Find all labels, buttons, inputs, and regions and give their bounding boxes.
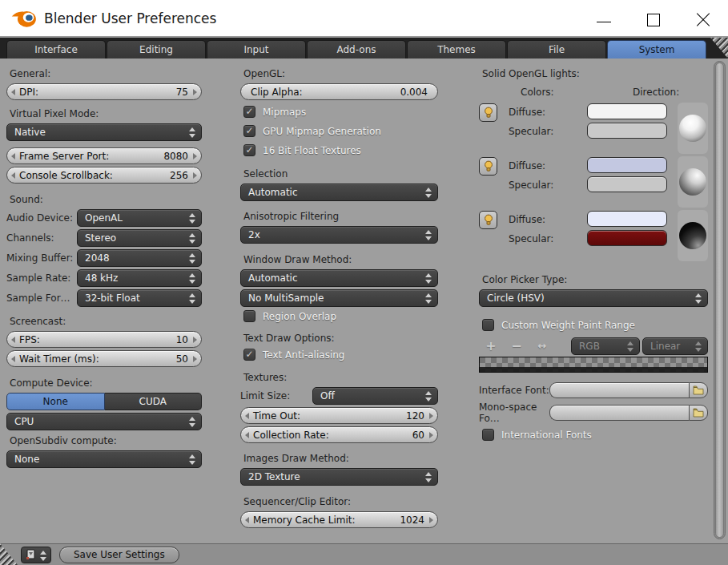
light-direction-widget[interactable]: [678, 103, 708, 154]
window-title: Blender User Preferences: [44, 10, 216, 26]
interface-font-browse-button[interactable]: [689, 382, 708, 398]
fps-slider[interactable]: FPS: 10: [6, 331, 202, 348]
colorband-color-mode-dropdown[interactable]: RGB: [571, 337, 640, 355]
multisample-dropdown[interactable]: No MultiSample: [240, 289, 438, 307]
audio-device-dropdown[interactable]: OpenAL: [77, 209, 202, 227]
increment-arrow-icon[interactable]: [193, 356, 197, 362]
increment-arrow-icon[interactable]: [193, 89, 197, 95]
images-draw-dropdown[interactable]: 2D Texture: [240, 468, 438, 486]
console-scrollback-slider[interactable]: Console Scrollback: 256: [6, 167, 202, 184]
tab-interface[interactable]: Interface: [6, 40, 106, 59]
tab-themes[interactable]: Themes: [407, 40, 506, 59]
diffuse-color-swatch[interactable]: [587, 103, 667, 119]
vertical-scrollbar[interactable]: [714, 61, 726, 539]
monospace-font-browse-button[interactable]: [689, 405, 708, 421]
specular-color-swatch[interactable]: [587, 176, 667, 192]
folder-icon: [693, 408, 704, 418]
anisotropic-dropdown[interactable]: 2x: [240, 226, 438, 244]
limit-size-dropdown[interactable]: Off: [312, 387, 438, 405]
selection-dropdown[interactable]: Automatic: [240, 184, 438, 201]
increment-arrow-icon[interactable]: [429, 413, 433, 419]
time-out-slider[interactable]: Time Out: 120: [240, 407, 438, 424]
tab-system[interactable]: System: [607, 40, 706, 59]
dpi-slider[interactable]: DPI: 75: [6, 83, 202, 100]
weight-paint-range-checkbox[interactable]: Custom Weight Paint Range: [482, 318, 708, 332]
opensubdiv-dropdown[interactable]: None: [6, 450, 202, 468]
window-draw-dropdown[interactable]: Automatic: [240, 269, 438, 287]
opengl-light-2: Diffuse: Specular:: [479, 156, 708, 209]
scrollbar-thumb[interactable]: [715, 63, 724, 538]
close-button[interactable]: [678, 0, 728, 37]
monospace-font-field[interactable]: [549, 405, 689, 421]
clip-alpha-slider[interactable]: Clip Alpha: 0.004: [240, 83, 438, 100]
interface-font-field[interactable]: [549, 382, 689, 398]
float-textures-checkbox[interactable]: ✓ 16 Bit Float Textures: [243, 143, 438, 157]
decrement-arrow-icon[interactable]: [245, 432, 249, 438]
collection-rate-slider[interactable]: Collection Rate: 60: [240, 426, 438, 443]
increment-arrow-icon[interactable]: [193, 153, 197, 159]
tab-input[interactable]: Input: [207, 40, 306, 59]
tab-file[interactable]: File: [507, 40, 606, 59]
decrement-arrow-icon[interactable]: [11, 153, 15, 159]
weight-colorband[interactable]: [479, 357, 708, 373]
wait-timer-slider[interactable]: Wait Timer (ms): 50: [6, 350, 202, 367]
increment-arrow-icon[interactable]: [429, 517, 433, 523]
save-user-settings-button[interactable]: Save User Settings: [59, 547, 179, 563]
specular-color-swatch[interactable]: [587, 123, 667, 139]
increment-arrow-icon[interactable]: [193, 172, 197, 179]
tab-editing[interactable]: Editing: [107, 40, 206, 59]
color-picker-type-dropdown[interactable]: Circle (HSV): [479, 289, 708, 307]
tab-addons[interactable]: Add-ons: [307, 40, 406, 59]
add-stop-button[interactable]: +: [481, 337, 501, 355]
light-toggle-button[interactable]: [479, 157, 497, 176]
sequencer-label: Sequencer/Clip Editor:: [243, 496, 438, 508]
folder-icon: [693, 385, 704, 395]
channels-dropdown[interactable]: Stereo: [77, 229, 202, 247]
increment-arrow-icon[interactable]: [193, 337, 197, 343]
mixing-buffer-row: Mixing Buffer: 2048: [6, 249, 202, 267]
editor-type-selector[interactable]: [21, 547, 51, 563]
region-overlap-checkbox[interactable]: Region Overlap: [243, 309, 438, 323]
updown-arrows-icon: [189, 253, 196, 264]
color-picker-type-label: Color Picker Type:: [482, 274, 708, 286]
memory-cache-slider[interactable]: Memory Cache Limit: 1024: [240, 511, 438, 528]
decrement-arrow-icon[interactable]: [11, 89, 15, 95]
remove-stop-button[interactable]: −: [506, 337, 527, 355]
checkmark-icon: ✓: [243, 106, 255, 118]
direction-sphere-icon: [679, 222, 706, 249]
specular-color-swatch[interactable]: [587, 230, 667, 246]
decrement-arrow-icon[interactable]: [11, 172, 15, 179]
decrement-arrow-icon[interactable]: [245, 413, 249, 419]
anisotropic-label: Anisotropic Filtering: [243, 211, 438, 223]
international-fonts-checkbox[interactable]: International Fonts: [482, 428, 708, 442]
sample-rate-dropdown[interactable]: 48 kHz: [77, 269, 202, 287]
light-toggle-button[interactable]: [479, 211, 497, 229]
flip-colorband-button[interactable]: ↔: [532, 337, 553, 355]
decrement-arrow-icon[interactable]: [11, 356, 15, 362]
increment-arrow-icon[interactable]: [429, 432, 433, 438]
diffuse-color-swatch[interactable]: [587, 211, 667, 227]
compute-cuda-button[interactable]: CUDA: [105, 393, 203, 410]
colors-header: Colors:: [521, 87, 554, 98]
text-antialiasing-checkbox[interactable]: ✓ Text Anti-aliasing: [243, 348, 438, 361]
gpu-mipmap-checkbox[interactable]: ✓ GPU Mipmap Generation: [243, 124, 438, 138]
frame-server-port-slider[interactable]: Frame Server Port: 8080: [6, 147, 202, 164]
sample-format-dropdown[interactable]: 32-bit Float: [77, 289, 202, 307]
decrement-arrow-icon[interactable]: [245, 517, 249, 523]
light-toggle-button[interactable]: [479, 103, 497, 122]
close-icon: [695, 12, 711, 28]
diffuse-color-swatch[interactable]: [587, 157, 667, 173]
compute-device-dropdown[interactable]: CPU: [6, 413, 202, 430]
maximize-button[interactable]: [629, 0, 678, 37]
colorband-interpolation-dropdown[interactable]: Linear: [642, 337, 708, 355]
light-direction-widget[interactable]: [678, 156, 708, 208]
mipmaps-checkbox[interactable]: ✓ Mipmaps: [243, 105, 438, 119]
opensubdiv-label: OpenSubdiv compute:: [10, 435, 202, 447]
compute-none-button[interactable]: None: [6, 393, 105, 410]
decrement-arrow-icon[interactable]: [11, 337, 15, 343]
light-direction-widget[interactable]: [678, 210, 708, 261]
footer-bar: Save User Settings: [0, 543, 728, 565]
minimize-button[interactable]: [579, 0, 629, 37]
virtual-pixel-mode-dropdown[interactable]: Native: [6, 123, 202, 141]
mixing-buffer-dropdown[interactable]: 2048: [77, 249, 202, 267]
